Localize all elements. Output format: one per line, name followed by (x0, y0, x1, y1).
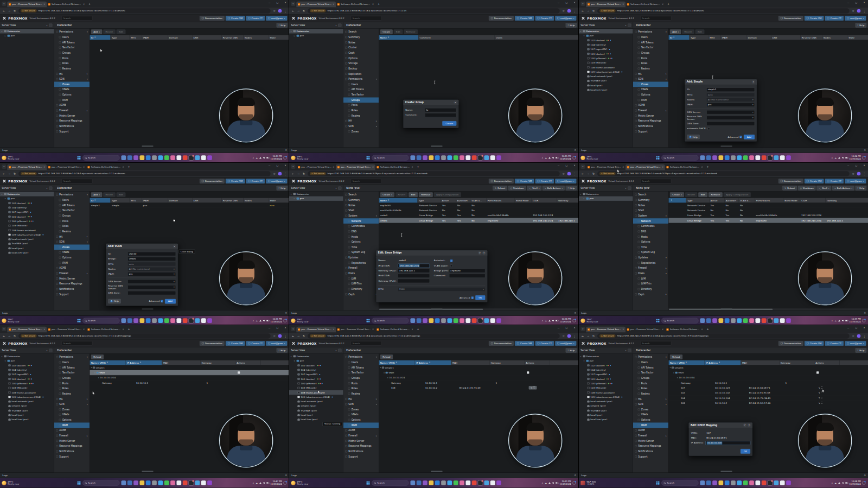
field-control[interactable] (127, 280, 176, 283)
taskbar-app-icon[interactable] (768, 481, 773, 486)
menu-item[interactable]: Pools (54, 55, 90, 61)
menu-item[interactable]: Pools (54, 218, 90, 224)
tab-close-icon[interactable]: ✕ (372, 328, 374, 331)
tab-close-icon[interactable]: ✕ (83, 166, 85, 168)
taskbar-app-icon[interactable] (158, 155, 163, 160)
tab-close-icon[interactable]: ✕ (83, 3, 85, 5)
menu-item[interactable]: IPAM (633, 97, 668, 103)
menu-item[interactable]: Options (633, 92, 668, 98)
tab-close-icon[interactable]: ✕ (412, 328, 413, 331)
help-button[interactable]: Help (108, 299, 120, 303)
taskbar-app-icon[interactable] (490, 155, 495, 160)
menu-item[interactable]: Hosts (633, 234, 668, 239)
column-header[interactable]: Domain (168, 198, 192, 202)
checkbox[interactable] (450, 264, 452, 267)
browser-tab[interactable]: pve - Proxmox Virtual Environm ✕ (586, 2, 626, 8)
taskbar-search[interactable]: Search (82, 318, 119, 323)
menu-item[interactable]: Zones (343, 407, 379, 413)
browser-profile-avatar[interactable] (857, 172, 860, 175)
browser-tab[interactable]: pve - Proxmox Virtual Environm ✕ (626, 327, 665, 333)
taskbar-app-icon[interactable] (423, 481, 427, 486)
taskbar-app-icon[interactable] (749, 318, 754, 323)
browser-tab[interactable]: pve - Proxmox Virtual Environm ✕ (336, 327, 375, 333)
table-row[interactable]: Gateway 10.10.10.11 (379, 381, 579, 385)
header-action-button[interactable]: Help (566, 186, 577, 190)
menu-item[interactable]: SDN (54, 77, 90, 82)
tree-item[interactable]: TrueNAS (pve) (0, 241, 54, 245)
column-header[interactable]: Active (709, 198, 724, 202)
menu-item[interactable]: Roles (633, 386, 668, 391)
browser-tab[interactable]: Software-Defined Network: Pro ✕ (665, 164, 704, 170)
menu-item[interactable]: Search (633, 192, 668, 198)
user-menu-button[interactable]: root@pam▾ (556, 16, 577, 21)
chevron-up-icon[interactable]: ∧ (831, 482, 833, 484)
menu-item[interactable]: Notes (343, 40, 379, 45)
field-control[interactable]: vmbr1 (398, 258, 430, 262)
expander-icon[interactable]: ▾ (94, 372, 95, 373)
menu-item[interactable]: SDN (54, 239, 90, 244)
server-view-select[interactable]: Server View ∨ (289, 22, 343, 29)
logs-bar[interactable]: Logs ⚙ (289, 147, 578, 153)
new-tab-button[interactable]: + (87, 2, 92, 7)
taskbar-app-icon[interactable] (146, 481, 151, 486)
menu-item[interactable]: VNets (54, 250, 90, 255)
menu-item[interactable]: Users (343, 81, 379, 87)
window-close-button[interactable]: ✕ (282, 325, 290, 331)
taskbar-app-icon[interactable] (786, 481, 791, 486)
volume-icon[interactable] (552, 320, 554, 321)
chevron-up-icon[interactable]: ∧ (542, 319, 544, 321)
taskbar-app-icon[interactable] (755, 318, 760, 323)
delete-mapping-icon[interactable] (821, 387, 822, 389)
reload-icon[interactable]: ↻ (302, 334, 305, 338)
column-header[interactable]: Reverse DNS (800, 35, 822, 40)
field-control[interactable]: 1500 (398, 287, 486, 291)
menu-item[interactable]: Metric Server (633, 113, 668, 118)
reload-icon[interactable]: ↻ (592, 9, 595, 12)
notification-bell-icon[interactable] (284, 156, 286, 159)
taskbar-app-icon[interactable] (170, 155, 175, 160)
menu-item[interactable]: Realms (633, 66, 668, 72)
taskbar-app-icon[interactable] (140, 155, 145, 160)
battery-icon[interactable] (845, 157, 848, 159)
tree-expander-icon[interactable] (580, 356, 582, 357)
tree-expander-icon[interactable] (2, 30, 3, 32)
menu-item[interactable]: VNets (343, 412, 379, 417)
taskbar-app-icon[interactable] (497, 318, 502, 323)
column-header[interactable]: Gateway (200, 360, 235, 365)
window-minimize-button[interactable]: — (265, 0, 273, 5)
not-secure-badge[interactable]: ⚠Not secure (599, 334, 616, 338)
menu-item[interactable]: Firewall (633, 265, 668, 271)
column-header[interactable]: MTU (709, 35, 721, 40)
taskbar-widget[interactable]: 29°CMostly clear (291, 318, 309, 323)
chevron-up-icon[interactable]: ∧ (542, 157, 544, 159)
taskbar-widget[interactable]: S&P 500+0.56% (580, 481, 596, 486)
header-action-button[interactable]: Help (277, 23, 288, 27)
column-header[interactable]: MTU (130, 198, 142, 202)
menu-item[interactable]: API Tokens (343, 87, 379, 92)
taskbar-app-icon[interactable] (183, 318, 188, 323)
menu-item[interactable]: ACME (54, 428, 90, 433)
forward-icon[interactable]: → (586, 9, 590, 12)
tab-close-icon[interactable]: ✕ (372, 3, 374, 5)
menu-item[interactable]: Network (633, 218, 668, 224)
column-header[interactable]: IPAM (720, 35, 746, 40)
column-header[interactable]: MTU (130, 35, 142, 40)
field-control[interactable]: auto (127, 262, 176, 265)
tab-close-icon[interactable]: ✕ (622, 328, 624, 331)
field-control[interactable]: 10.10.10.100 (705, 441, 750, 445)
menu-item[interactable]: DNS (343, 229, 379, 234)
back-icon[interactable]: ← (581, 172, 584, 175)
view-options-icon[interactable] (49, 23, 52, 27)
menu-item[interactable]: Resource Mappings (343, 443, 379, 449)
menu-item[interactable]: Support (54, 291, 90, 297)
taskbar-app-icon[interactable] (195, 481, 200, 486)
taskbar-app-icon[interactable] (484, 155, 489, 160)
column-header[interactable]: DNS (192, 198, 221, 202)
menu-item[interactable]: Permissions (343, 354, 379, 360)
browser-menu-icon[interactable]: ⋮ (863, 334, 866, 338)
taskbar-widget[interactable]: 29°CMostly clear (2, 318, 19, 323)
header-action-button[interactable]: Help (277, 348, 288, 353)
menu-item[interactable]: Realms (343, 113, 379, 118)
tab-close-icon[interactable]: ✕ (622, 166, 624, 168)
column-header[interactable]: IP Address ↑ (705, 360, 741, 365)
